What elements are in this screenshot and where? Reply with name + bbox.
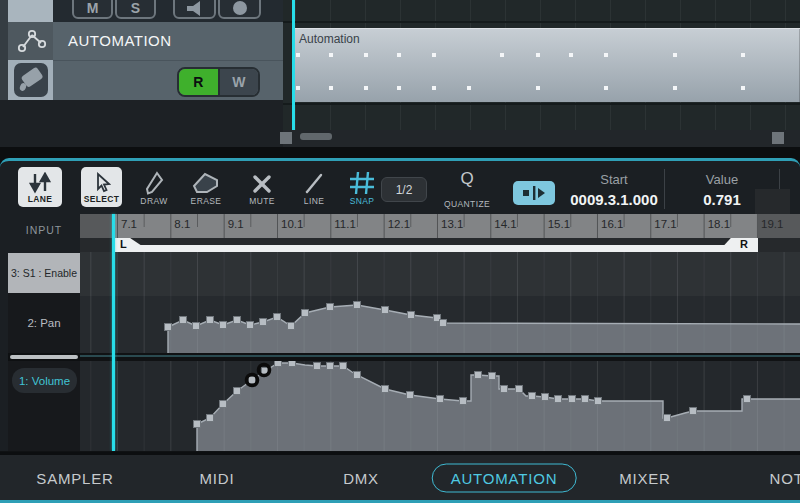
track-name: AUTOMATION bbox=[68, 32, 172, 49]
tab-note[interactable]: NOTE bbox=[770, 469, 800, 486]
quantize-label: QUANTIZE bbox=[437, 199, 497, 209]
record-arm-button[interactable] bbox=[218, 0, 261, 19]
clip-dot bbox=[364, 86, 368, 90]
value-field-value[interactable]: 0.791 bbox=[647, 191, 797, 208]
timeline-ruler[interactable]: 7.18.19.110.111.112.113.114.115.116.117.… bbox=[80, 214, 800, 252]
bar-number: 14.1 bbox=[494, 218, 516, 230]
hscroll-right-handle[interactable] bbox=[772, 132, 784, 144]
pencil-icon bbox=[143, 170, 165, 196]
locator-strip: L R bbox=[80, 238, 800, 252]
playhead-arrange[interactable] bbox=[292, 0, 295, 130]
pan-lane-label: 2: Pan bbox=[27, 317, 60, 329]
clip-dot bbox=[296, 53, 300, 57]
hscroll-left-handle[interactable] bbox=[280, 132, 292, 144]
clip-dot bbox=[397, 86, 401, 90]
arrange-row-divider bbox=[283, 21, 800, 23]
read-label: R bbox=[193, 74, 203, 90]
lane-item-volume-cell: 1: Volume bbox=[8, 361, 80, 451]
lane-splitter-handle[interactable] bbox=[10, 355, 78, 359]
mute-tool-label: MUTE bbox=[249, 196, 275, 206]
paint-bucket-button[interactable] bbox=[14, 63, 48, 97]
clip-dot bbox=[432, 86, 436, 90]
header-divider bbox=[53, 60, 283, 61]
bar-number: 19.1 bbox=[761, 218, 783, 230]
sidebar-top-cell[interactable] bbox=[8, 0, 53, 22]
lane-item-enable[interactable]: 3: S1 : Enable bbox=[8, 253, 80, 293]
clip-dot bbox=[536, 53, 540, 57]
bar-number: 17.1 bbox=[654, 218, 676, 230]
draw-tool-button[interactable]: DRAW bbox=[130, 161, 178, 209]
lower-automation-lane[interactable] bbox=[80, 361, 800, 451]
automation-track-header[interactable]: AUTOMATION R W bbox=[53, 22, 283, 100]
enable-lane-label: 3: S1 : Enable bbox=[11, 267, 77, 279]
playhead-editor[interactable] bbox=[112, 214, 115, 451]
erase-label: ERASE bbox=[191, 196, 222, 206]
tab-mixer[interactable]: MIXER bbox=[619, 469, 671, 486]
paint-tool-cell[interactable] bbox=[8, 60, 53, 100]
editor-splitter-line bbox=[80, 355, 800, 357]
editor-splitter[interactable] bbox=[80, 353, 800, 361]
record-icon bbox=[232, 0, 248, 16]
clip-dot bbox=[296, 86, 300, 90]
clip-dot bbox=[604, 86, 608, 90]
erase-tool-button[interactable]: ERASE bbox=[180, 161, 232, 209]
automation-write-button[interactable]: W bbox=[220, 69, 259, 95]
quantize-button[interactable]: Q bbox=[447, 169, 487, 189]
mute-track-button[interactable]: M bbox=[72, 0, 113, 19]
sidebar-strip bbox=[0, 0, 8, 100]
write-label: W bbox=[232, 74, 245, 90]
clip-dot bbox=[364, 53, 368, 57]
clip-label: Automation bbox=[299, 32, 360, 46]
tab-sampler[interactable]: SAMPLER bbox=[36, 469, 113, 486]
snap-button[interactable]: SNAP bbox=[338, 161, 386, 209]
speaker-icon bbox=[185, 1, 205, 16]
monitor-button[interactable] bbox=[173, 0, 216, 19]
header-lower-area bbox=[0, 100, 283, 147]
bar-number: 7.1 bbox=[121, 218, 137, 230]
clip-dot bbox=[432, 53, 436, 57]
upper-automation-lane[interactable] bbox=[80, 252, 800, 353]
editor-tab-bar: SAMPLERMIDIDMXAUTOMATIONMIXERNOTE bbox=[0, 455, 800, 503]
select-label: SELECT bbox=[84, 194, 119, 204]
bar-number: 8.1 bbox=[174, 218, 190, 230]
read-write-group: R W bbox=[177, 67, 260, 97]
automation-read-button[interactable]: R bbox=[179, 69, 220, 95]
snap-grid-icon bbox=[348, 170, 376, 196]
bar-number: 10.1 bbox=[281, 218, 303, 230]
line-tool-button[interactable]: LINE bbox=[290, 161, 338, 209]
automation-editor-panel: LANE SELECT DRAW ERASE bbox=[0, 158, 800, 452]
solo-track-button[interactable]: S bbox=[115, 0, 156, 19]
hscroll-thumb[interactable] bbox=[300, 133, 332, 140]
panel-gap bbox=[0, 147, 800, 158]
automation-mode-button[interactable] bbox=[8, 22, 53, 60]
automation-clip[interactable]: Automation bbox=[295, 28, 800, 102]
mute-tool-button[interactable]: MUTE bbox=[238, 161, 286, 209]
bar-number: 12.1 bbox=[388, 218, 410, 230]
lane-label: LANE bbox=[28, 194, 52, 204]
clip-dot bbox=[604, 53, 608, 57]
draw-label: DRAW bbox=[140, 196, 167, 206]
lane-list-header: INPUT bbox=[8, 224, 80, 236]
bar-number: 18.1 bbox=[708, 218, 730, 230]
lane-item-volume[interactable]: 1: Volume bbox=[12, 368, 77, 393]
clip-dot bbox=[741, 53, 745, 57]
lane-button[interactable]: LANE bbox=[18, 167, 62, 207]
lane-splitter[interactable] bbox=[8, 353, 80, 361]
value-field-label: Value bbox=[662, 172, 782, 187]
bar-number: 13.1 bbox=[441, 218, 463, 230]
arrange-row-divider bbox=[283, 103, 800, 105]
lane-arrows-icon bbox=[27, 172, 53, 194]
mute-track-label: M bbox=[87, 0, 99, 16]
line-tool-label: LINE bbox=[304, 196, 325, 206]
clip-dot bbox=[500, 53, 504, 57]
lane-item-pan[interactable]: 2: Pan bbox=[8, 293, 80, 353]
snap-grid-value-button[interactable]: 1/2 bbox=[381, 177, 427, 202]
clip-dot bbox=[397, 53, 401, 57]
tab-dmx[interactable]: DMX bbox=[343, 469, 379, 486]
tab-midi[interactable]: MIDI bbox=[200, 469, 235, 486]
clip-dot bbox=[673, 53, 677, 57]
track-buttons-row: M S bbox=[53, 0, 283, 22]
tab-automation[interactable]: AUTOMATION bbox=[432, 463, 577, 492]
select-tool-button[interactable]: SELECT bbox=[81, 167, 122, 207]
select-cursor-icon bbox=[93, 172, 111, 194]
